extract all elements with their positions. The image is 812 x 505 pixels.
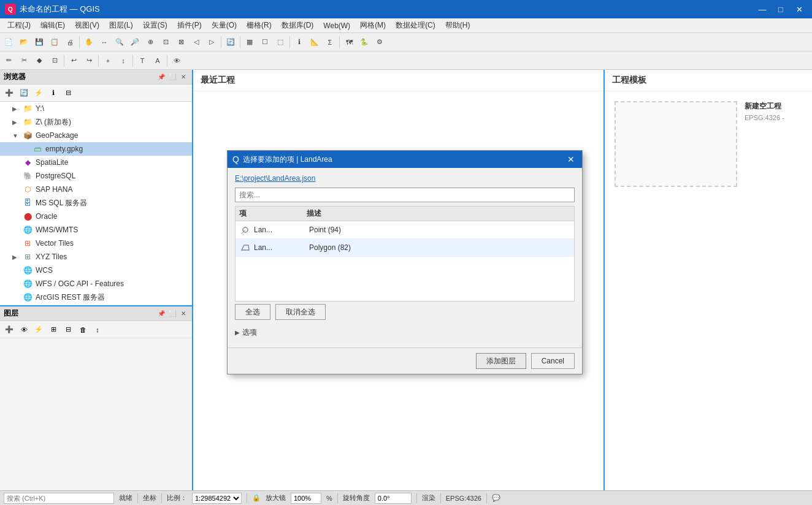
menu-project[interactable]: 工程(J): [2, 19, 36, 32]
add-layer-button[interactable]: 添加图层: [476, 353, 526, 369]
menu-plugins[interactable]: 插件(P): [172, 19, 207, 32]
tree-item-saphana[interactable]: ⬡ SAP HANA: [0, 183, 192, 196]
tree-item-mssql[interactable]: 🗄 MS SQL 服务器: [0, 196, 192, 210]
menu-database[interactable]: 数据库(D): [277, 19, 319, 32]
digitize-btn[interactable]: ✏: [1, 53, 16, 68]
deselect-btn[interactable]: ☐: [258, 35, 272, 50]
zoom-layer-btn[interactable]: ⊡: [158, 35, 173, 50]
stats-btn[interactable]: Σ: [323, 35, 337, 50]
layers-move-btn[interactable]: ↕: [91, 323, 104, 336]
browser-add-btn[interactable]: ➕: [2, 86, 16, 100]
processing-btn[interactable]: ⚙: [372, 35, 387, 50]
tree-item-spatialite[interactable]: ◆ SpatiaLite: [0, 156, 192, 169]
browser-refresh-btn[interactable]: 🔄: [17, 86, 31, 100]
browser-panel-close[interactable]: ✕: [178, 72, 188, 82]
identify-btn[interactable]: ℹ: [292, 35, 307, 50]
menu-edit[interactable]: 编辑(E): [36, 19, 70, 32]
close-button[interactable]: ✕: [791, 3, 807, 15]
pan-btn[interactable]: ✋: [82, 35, 96, 50]
layers-panel-close[interactable]: ✕: [178, 309, 188, 319]
tree-item-arcgis[interactable]: 🌐 ArcGIS REST 服务器: [0, 290, 192, 304]
tree-item-wms[interactable]: 🌐 WMS/WMTS: [0, 223, 192, 237]
render-toggle-btn[interactable]: 👁: [169, 53, 184, 68]
zoom-out-btn[interactable]: 🔎: [128, 35, 142, 50]
menu-help[interactable]: 帮助(H): [440, 19, 475, 32]
zoom-full-btn[interactable]: ⊕: [143, 35, 158, 50]
menu-web[interactable]: Web(W): [318, 20, 355, 31]
tree-item-wfs[interactable]: 🌐 WFS / OGC API - Features: [0, 277, 192, 290]
redo-btn[interactable]: ↪: [82, 53, 96, 68]
layers-expand-btn[interactable]: ⊞: [47, 323, 60, 336]
layers-eye-btn[interactable]: 👁: [17, 323, 31, 336]
deselect-all-button[interactable]: 取消全选: [275, 304, 326, 320]
file-path-link[interactable]: E:\project\LandArea.json: [235, 174, 575, 183]
browser-info-btn[interactable]: ℹ: [47, 86, 60, 100]
measure-btn[interactable]: 📐: [307, 35, 322, 50]
table-row-polygon[interactable]: Lan... Polygon (82): [236, 239, 574, 257]
browser-panel-pin[interactable]: 📌: [156, 72, 166, 82]
label-btn[interactable]: A: [150, 53, 165, 68]
rotation-input[interactable]: [375, 493, 412, 504]
python-btn[interactable]: 🐍: [357, 35, 372, 50]
menu-processing[interactable]: 数据处理(C): [391, 19, 440, 32]
status-search-input[interactable]: [4, 493, 114, 504]
node-btn[interactable]: ◆: [32, 53, 47, 68]
tree-item-oracle[interactable]: ⬤ Oracle: [0, 210, 192, 223]
move-feature-btn[interactable]: ↕: [116, 53, 131, 68]
maximize-button[interactable]: □: [773, 3, 789, 15]
tree-item-vector-tiles[interactable]: ⊞ Vector Tiles: [0, 237, 192, 250]
atlas-btn[interactable]: 🗺: [342, 35, 356, 50]
save-project-btn[interactable]: 💾: [32, 35, 47, 50]
layers-panel-float[interactable]: ⬜: [167, 309, 177, 319]
dialog-close-button[interactable]: ✕: [565, 153, 577, 165]
browser-panel-controls: 📌 ⬜ ✕: [156, 72, 188, 82]
select-all-button[interactable]: 全选: [235, 304, 270, 320]
save-as-btn[interactable]: 📋: [47, 35, 62, 50]
layers-remove-btn[interactable]: 🗑: [76, 323, 90, 336]
menu-mesh[interactable]: 网格(M): [355, 19, 391, 32]
oracle-icon: ⬤: [22, 211, 33, 222]
dialog-search-input[interactable]: [235, 188, 575, 202]
menu-raster[interactable]: 栅格(R): [242, 19, 277, 32]
minimize-button[interactable]: —: [754, 3, 770, 15]
scale-select[interactable]: 1:29854292: [192, 493, 242, 504]
browser-collapse-btn[interactable]: ⊟: [61, 86, 75, 100]
invert-select-btn[interactable]: ⬚: [273, 35, 288, 50]
menu-vector[interactable]: 矢量(O): [207, 19, 242, 32]
refresh-btn[interactable]: 🔄: [223, 35, 238, 50]
tree-item-postgresql[interactable]: 🐘 PostgreSQL: [0, 169, 192, 183]
new-project-btn[interactable]: 📄: [1, 35, 16, 50]
zoom-select-btn[interactable]: ⊠: [174, 35, 188, 50]
menu-settings[interactable]: 设置(S): [138, 19, 172, 32]
tree-item-wcs[interactable]: 🌐 WCS: [0, 264, 192, 277]
layers-filter-btn[interactable]: ⚡: [32, 323, 45, 336]
msg-icon[interactable]: 💬: [492, 494, 500, 502]
tree-item-ya[interactable]: ▶ 📁 Y:\: [0, 102, 192, 115]
zoom-in-btn[interactable]: 🔍: [112, 35, 127, 50]
tree-item-empty-gpkg[interactable]: 🗃 empty.gpkg: [0, 142, 192, 156]
cancel-button[interactable]: Cancel: [531, 353, 575, 369]
tree-item-xyz[interactable]: ▶ ⊞ XYZ Tiles: [0, 250, 192, 264]
print-btn[interactable]: 🖨: [63, 35, 77, 50]
tree-item-za[interactable]: ▶ 📁 Z\ (新加卷): [0, 115, 192, 129]
zoom-next-btn[interactable]: ▷: [204, 35, 219, 50]
zoom-prev-btn[interactable]: ◁: [189, 35, 204, 50]
zoom-input[interactable]: [291, 493, 321, 504]
select-btn[interactable]: ▦: [242, 35, 257, 50]
table-row-point[interactable]: Lan... Point (94): [236, 221, 574, 239]
menu-view[interactable]: 视图(V): [70, 19, 104, 32]
browser-filter-btn[interactable]: ⚡: [32, 86, 45, 100]
tree-item-geopackage[interactable]: ▼ 📦 GeoPackage: [0, 129, 192, 142]
annotation-btn[interactable]: T: [135, 53, 150, 68]
snap-btn[interactable]: ⊡: [47, 53, 62, 68]
open-project-btn[interactable]: 📂: [17, 35, 31, 50]
browser-panel-float[interactable]: ⬜: [167, 72, 177, 82]
layers-add-btn[interactable]: ➕: [2, 323, 16, 336]
add-feature-btn[interactable]: +: [101, 53, 115, 68]
menu-layer[interactable]: 图层(L): [104, 19, 138, 32]
edit-btn[interactable]: ✂: [17, 53, 31, 68]
undo-btn[interactable]: ↩: [66, 53, 81, 68]
layers-panel-pin[interactable]: 📌: [156, 309, 166, 319]
pan2-btn[interactable]: ↔: [97, 35, 112, 50]
layers-collapse-btn[interactable]: ⊟: [61, 323, 75, 336]
